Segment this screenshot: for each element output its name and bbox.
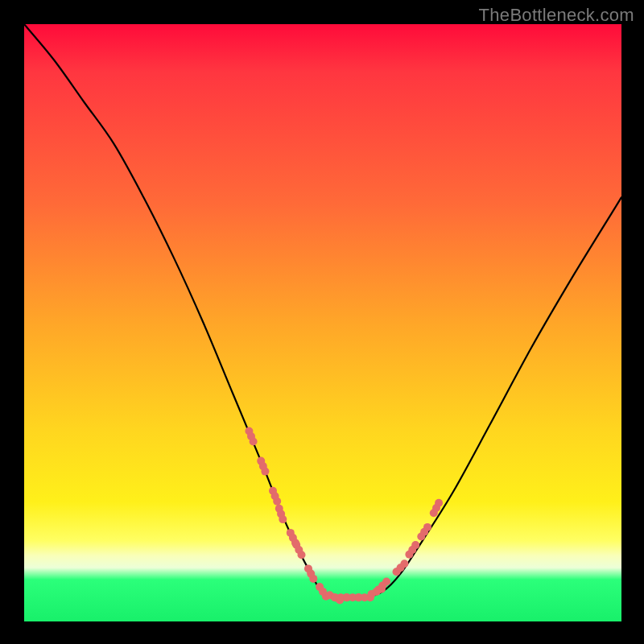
- svg-point-47: [361, 593, 369, 601]
- svg-point-55: [378, 582, 386, 590]
- svg-point-59: [397, 564, 405, 572]
- svg-point-31: [319, 588, 327, 596]
- svg-point-71: [432, 504, 440, 512]
- svg-point-7: [259, 462, 267, 470]
- chart-plot-area: [24, 24, 621, 621]
- svg-point-19: [289, 534, 297, 542]
- highlighted-point: [417, 523, 431, 541]
- svg-point-3: [247, 432, 255, 440]
- svg-point-23: [295, 546, 303, 554]
- highlighted-point: [275, 505, 287, 523]
- highlighted-point: [245, 427, 257, 446]
- svg-point-11: [271, 492, 279, 500]
- highlighted-point: [430, 499, 443, 518]
- highlighted-point: [257, 457, 269, 476]
- highlighted-point: [292, 541, 305, 559]
- svg-point-15: [277, 510, 285, 518]
- chart-svg: [24, 24, 621, 621]
- svg-point-63: [408, 546, 416, 554]
- svg-point-27: [307, 570, 315, 578]
- svg-point-67: [420, 528, 428, 536]
- chart-frame: TheBottleneck.com: [0, 0, 644, 644]
- watermark-text: TheBottleneck.com: [479, 5, 634, 26]
- highlighted-point: [269, 487, 281, 506]
- highlighted-points-group: [245, 427, 443, 605]
- bottleneck-curve-path: [24, 24, 621, 598]
- highlighted-point: [304, 564, 317, 583]
